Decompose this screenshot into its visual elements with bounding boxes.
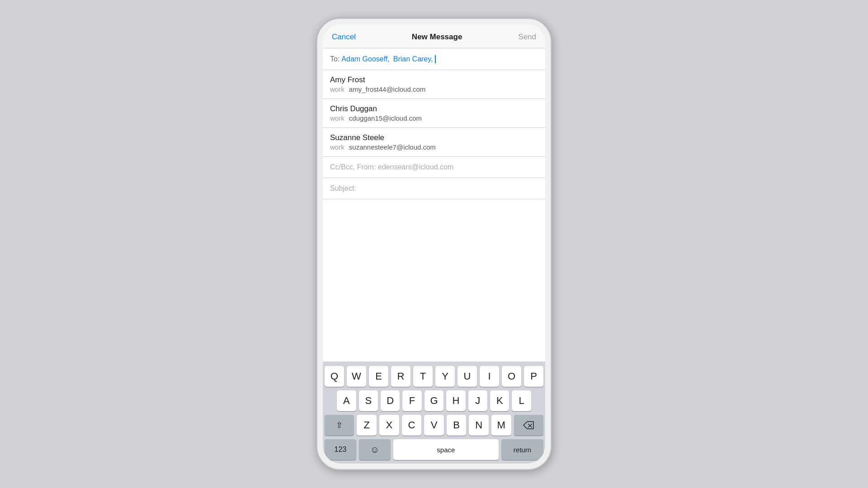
key-w[interactable]: W	[347, 366, 366, 387]
cancel-button[interactable]: Cancel	[332, 33, 356, 42]
key-h[interactable]: H	[446, 390, 465, 411]
text-cursor	[435, 55, 436, 63]
cc-bcc-label: Cc/Bcc, From: edensears@icloud.com	[330, 163, 453, 171]
shift-key[interactable]: ⇧	[325, 415, 354, 436]
key-j[interactable]: J	[468, 390, 487, 411]
key-k[interactable]: K	[490, 390, 509, 411]
send-button[interactable]: Send	[518, 33, 536, 42]
key-z[interactable]: Z	[357, 415, 377, 436]
key-a[interactable]: A	[337, 390, 356, 411]
key-i[interactable]: I	[480, 366, 499, 387]
body-area[interactable]	[323, 199, 545, 361]
contact-detail: work amy_frost44@icloud.com	[330, 85, 538, 93]
key-m[interactable]: M	[491, 415, 511, 436]
key-f[interactable]: F	[402, 390, 421, 411]
contact-detail: work cduggan15@icloud.com	[330, 114, 538, 122]
suggestion-chris-duggan[interactable]: Chris Duggan work cduggan15@icloud.com	[323, 99, 545, 128]
key-o[interactable]: O	[502, 366, 521, 387]
key-r[interactable]: R	[391, 366, 410, 387]
keyboard-row-4: 123 ☺ space return	[325, 439, 543, 460]
key-n[interactable]: N	[469, 415, 489, 436]
contact-type: work	[330, 143, 344, 151]
recipient-adam: Adam Gooseff,	[341, 55, 389, 63]
recipients-container: Adam Gooseff, Brian Carey,	[341, 55, 435, 63]
keyboard-row-2: A S D F G H J K L	[325, 390, 543, 411]
key-t[interactable]: T	[413, 366, 433, 387]
numbers-key[interactable]: 123	[325, 439, 356, 460]
keyboard: Q W E R T Y U I O P A S D F G H J	[323, 361, 545, 464]
recipient-brian: Brian Carey,	[393, 55, 433, 63]
nav-bar: Cancel New Message Send	[323, 24, 545, 48]
backspace-icon	[523, 421, 534, 429]
subject-field[interactable]: Subject:	[323, 178, 545, 199]
contact-detail: work suzannesteele7@icloud.com	[330, 143, 538, 151]
emoji-key[interactable]: ☺	[359, 439, 391, 460]
keyboard-row-3: ⇧ Z X C V B N M	[325, 415, 543, 436]
contact-type: work	[330, 85, 344, 93]
key-u[interactable]: U	[458, 366, 477, 387]
key-q[interactable]: Q	[325, 366, 344, 387]
key-y[interactable]: Y	[435, 366, 455, 387]
key-c[interactable]: C	[402, 415, 422, 436]
suggestion-amy-frost[interactable]: Amy Frost work amy_frost44@icloud.com	[323, 70, 545, 99]
key-x[interactable]: X	[379, 415, 399, 436]
to-label: To:	[330, 55, 340, 63]
key-v[interactable]: V	[424, 415, 444, 436]
key-l[interactable]: L	[512, 390, 531, 411]
page-title: New Message	[412, 33, 462, 42]
return-key[interactable]: return	[501, 439, 543, 460]
to-field[interactable]: To: Adam Gooseff, Brian Carey,	[323, 48, 545, 70]
contact-email: amy_frost44@icloud.com	[349, 85, 425, 93]
contact-email: cduggan15@icloud.com	[349, 114, 422, 122]
keyboard-row-1: Q W E R T Y U I O P	[325, 366, 543, 387]
contact-type: work	[330, 114, 344, 122]
key-p[interactable]: P	[524, 366, 543, 387]
key-b[interactable]: B	[447, 415, 467, 436]
contact-name: Suzanne Steele	[330, 133, 538, 142]
phone-frame: Cancel New Message Send To: Adam Gooseff…	[316, 18, 552, 470]
space-key[interactable]: space	[393, 439, 499, 460]
contact-name: Chris Duggan	[330, 104, 538, 113]
cc-bcc-field[interactable]: Cc/Bcc, From: edensears@icloud.com	[323, 157, 545, 178]
key-e[interactable]: E	[369, 366, 388, 387]
backspace-key[interactable]	[514, 415, 543, 436]
contact-email: suzannesteele7@icloud.com	[349, 143, 436, 151]
suggestion-suzanne-steele[interactable]: Suzanne Steele work suzannesteele7@iclou…	[323, 128, 545, 157]
contact-name: Amy Frost	[330, 75, 538, 84]
subject-label: Subject:	[330, 184, 356, 192]
key-d[interactable]: D	[381, 390, 400, 411]
screen: Cancel New Message Send To: Adam Gooseff…	[323, 24, 545, 464]
key-g[interactable]: G	[425, 390, 443, 411]
key-s[interactable]: S	[359, 390, 378, 411]
